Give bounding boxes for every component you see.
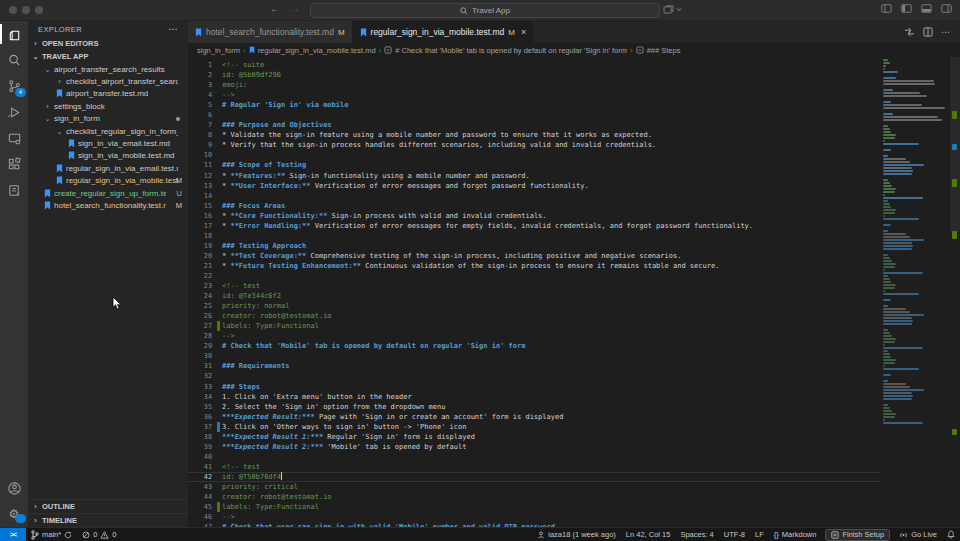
window-close-button[interactable]: [9, 6, 17, 14]
sidebar-item-explorer[interactable]: [0, 21, 28, 47]
code-line[interactable]: 40: [188, 452, 880, 462]
tree-item[interactable]: sign_in_via_mobile.test.md: [28, 150, 188, 162]
settings-button[interactable]: ⚙: [0, 501, 28, 527]
code-line[interactable]: 33### Steps: [188, 382, 880, 392]
language-mode-item[interactable]: {} Markdown: [769, 528, 822, 541]
code-line[interactable]: 45labels: Type:Functional: [188, 502, 880, 512]
problems-item[interactable]: 0 0: [77, 528, 121, 541]
code-line[interactable]: 13* **User Interface:** Verification of …: [188, 181, 880, 191]
toggle-secondary-sidebar-icon[interactable]: [941, 4, 952, 13]
notifications-button[interactable]: [942, 528, 960, 541]
toggle-panel-icon[interactable]: [921, 4, 932, 13]
encoding-item[interactable]: UTF-8: [719, 528, 750, 541]
code-line[interactable]: 14: [188, 191, 880, 201]
new-window-dropdown[interactable]: [663, 5, 682, 14]
breadcrumb-file[interactable]: regular_sign_in_via_mobile.test.md: [258, 46, 376, 55]
code-line[interactable]: 29# Check that 'Mobile' tab is opened by…: [188, 341, 880, 351]
code-line[interactable]: 16* **Core Functionality:** Sign-in proc…: [188, 211, 880, 221]
tree-item[interactable]: ›settings_block: [28, 100, 188, 112]
code-line[interactable]: 24id: @Te344c6f2: [188, 291, 880, 301]
code-line[interactable]: 46-->: [188, 512, 880, 522]
sidebar-item-remote-explorer[interactable]: [0, 125, 28, 151]
code-line[interactable]: 9* Verify that the sign-in process handl…: [188, 140, 880, 150]
timeline-section[interactable]: › TIMELINE: [28, 513, 188, 527]
sidebar-item-run-debug[interactable]: [0, 99, 28, 125]
window-minimize-button[interactable]: [22, 6, 30, 14]
code-line[interactable]: 2id: @Sb89df296: [188, 70, 880, 80]
sidebar-item-source-control[interactable]: 4: [0, 73, 28, 99]
code-line[interactable]: 4-->: [188, 90, 880, 100]
split-editor-icon[interactable]: [923, 27, 933, 37]
tree-item[interactable]: regular_sign_in_via_email.test.md: [28, 162, 188, 174]
git-blame-item[interactable]: iaza18 (1 week ago): [532, 528, 621, 541]
workspace-root-section[interactable]: ⌄ TRAVEL APP: [28, 50, 188, 63]
code-line[interactable]: 41<!-- test: [188, 462, 880, 472]
tree-item[interactable]: ⌄airport_transfer_search_results: [28, 63, 188, 75]
sidebar-item-search[interactable]: [0, 47, 28, 73]
eol-item[interactable]: LF: [750, 528, 769, 541]
code-line[interactable]: 1<!-- suite: [188, 60, 880, 70]
customize-layout-icon[interactable]: [881, 4, 892, 13]
code-line[interactable]: 3emoji:: [188, 80, 880, 90]
code-line[interactable]: 31### Requirements: [188, 361, 880, 371]
account-button[interactable]: [0, 475, 28, 501]
code-line[interactable]: 30: [188, 351, 880, 361]
code-line[interactable]: 352. Select the 'Sign in' option from th…: [188, 402, 880, 412]
breadcrumb-symbol-steps[interactable]: ### Steps: [647, 46, 681, 55]
sidebar-item-extensions[interactable]: [0, 151, 28, 177]
code-line[interactable]: 11### Scope of Testing: [188, 160, 880, 170]
indentation-item[interactable]: Spaces: 4: [675, 528, 718, 541]
git-branch-item[interactable]: main*: [26, 528, 77, 541]
code-line[interactable]: 20* **Test Coverage:** Comprehensive tes…: [188, 251, 880, 261]
sidebar-item-testomat-extension[interactable]: [0, 177, 28, 203]
code-line[interactable]: 36***Expected Result:*** Page with 'Sign…: [188, 412, 880, 422]
code-line[interactable]: 39***Expected Result 2:*** 'Mobile' tab …: [188, 442, 880, 452]
close-icon[interactable]: ×: [521, 27, 526, 37]
code-line[interactable]: 38***Expected Result 1:*** Regular 'Sign…: [188, 432, 880, 442]
finish-setup-button[interactable]: Finish Setup: [825, 529, 890, 541]
code-line[interactable]: 5# Regular 'Sign in' via mobile: [188, 100, 880, 110]
tree-item[interactable]: hotel_search_functionality.test.mdM: [28, 199, 188, 211]
code-line[interactable]: 42id: @T50b76df4: [188, 472, 880, 482]
tree-item[interactable]: sign_in_via_email.test.md: [28, 137, 188, 149]
more-actions-icon[interactable]: ⋯: [941, 27, 951, 37]
code-line[interactable]: 373. Click on 'Other ways to sign in' bu…: [188, 422, 880, 432]
code-line[interactable]: 47# Check that user can sign in with val…: [188, 522, 880, 527]
code-line[interactable]: 6: [188, 110, 880, 120]
minimap[interactable]: [880, 57, 950, 527]
code-area[interactable]: 1<!-- suite2id: @Sb89df2963emoji:4-->5# …: [188, 57, 880, 527]
code-line[interactable]: 25priority: normal: [188, 301, 880, 311]
breadcrumb-symbol[interactable]: # Check that 'Mobile' tab is opened by d…: [395, 46, 627, 55]
tree-item[interactable]: ›checklist_airport_transfer_search_fie..…: [28, 75, 188, 87]
code-line[interactable]: 43priority: critical: [188, 482, 880, 492]
code-line[interactable]: 22: [188, 271, 880, 281]
code-line[interactable]: 27labels: Type:Functional: [188, 321, 880, 331]
nav-back-icon[interactable]: ←: [270, 3, 280, 14]
code-line[interactable]: 19### Testing Approach: [188, 241, 880, 251]
code-line[interactable]: 28-->: [188, 331, 880, 341]
cursor-position-item[interactable]: Ln 42, Col 15: [621, 528, 676, 541]
open-changes-icon[interactable]: [904, 27, 915, 37]
code-line[interactable]: 26creator: robot@testomat.io: [188, 311, 880, 321]
toggle-primary-sidebar-icon[interactable]: [901, 4, 912, 13]
code-line[interactable]: 8* Validate the sign-in feature using a …: [188, 130, 880, 140]
window-zoom-button[interactable]: [35, 6, 43, 14]
tree-item[interactable]: create_regular_sign_up_form.test...U: [28, 187, 188, 199]
go-live-button[interactable]: Go Live: [894, 528, 942, 541]
code-line[interactable]: 18: [188, 231, 880, 241]
tree-item[interactable]: ⌄checklist_regular_sign_in_form_field...: [28, 125, 188, 137]
explorer-more-actions[interactable]: ⋯: [169, 24, 178, 34]
code-line[interactable]: 17* **Error Handling:** Verification of …: [188, 221, 880, 231]
code-line[interactable]: 7### Purpose and Objectives: [188, 120, 880, 130]
code-line[interactable]: 23<!-- test: [188, 281, 880, 291]
code-line[interactable]: 21* **Future Testing Enhancement:** Cont…: [188, 261, 880, 271]
open-editors-section[interactable]: › OPEN EDITORS: [28, 37, 188, 50]
tree-item[interactable]: airport_transfer.test.md: [28, 88, 188, 100]
code-line[interactable]: 341. Click on 'Extra menu' button in the…: [188, 392, 880, 402]
command-center[interactable]: Travel App: [310, 3, 660, 18]
breadcrumb-folder[interactable]: sign_in_form: [197, 46, 240, 55]
tab-hotel-search-functionality[interactable]: hotel_search_functionality.test.md M: [188, 21, 353, 43]
code-line[interactable]: 12* **Features:** Sign-in functionality …: [188, 171, 880, 181]
outline-section[interactable]: › OUTLINE: [28, 499, 188, 513]
code-line[interactable]: 10: [188, 150, 880, 160]
